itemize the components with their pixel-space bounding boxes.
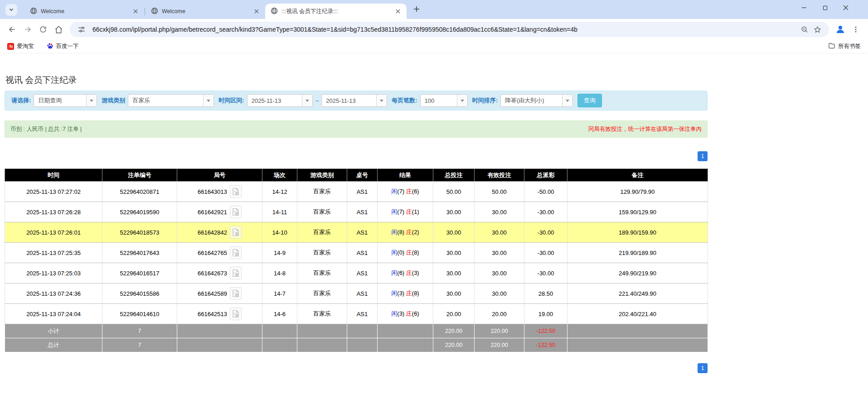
cell-round-id: 661643013 [198, 188, 227, 195]
game-type-dropdown[interactable]: 百家乐 [128, 94, 214, 107]
pagination-bottom: 1 [5, 363, 708, 373]
result-banker-label: 庄 [406, 188, 412, 195]
date-to-dropdown[interactable]: 2025-11-13 [321, 94, 387, 107]
tab-close-icon[interactable] [394, 7, 402, 15]
all-bookmarks-label: 所有书签 [838, 43, 861, 50]
page-1-button[interactable]: 1 [698, 151, 708, 161]
browser-tab-active[interactable]: :::视讯 会员下注纪录::: [265, 4, 407, 19]
cell-bet-id: 522964014610 [102, 304, 177, 324]
cell-payout: -30.00 [524, 243, 567, 263]
forward-icon[interactable] [20, 22, 35, 37]
browser-tab-1[interactable]: Welcome [24, 4, 144, 19]
table-row: 2025-11-13 07:25:03 522964016517 6616426… [5, 263, 708, 283]
cell-bet-id: 522964018573 [102, 222, 177, 243]
tab-close-icon[interactable] [131, 7, 140, 15]
home-icon[interactable] [51, 22, 66, 37]
cell-table: AS1 [347, 283, 378, 304]
result-banker-score: (2) [412, 229, 419, 235]
address-bar[interactable]: 66cxkj98.com/ipl/portal.php/game/betreco… [70, 22, 829, 37]
cell-game: 百家乐 [297, 304, 347, 324]
globe-favicon-icon [271, 7, 278, 16]
sort-label: 时间排序: [472, 96, 498, 105]
cell-time: 2025-11-13 07:24:04 [5, 304, 102, 324]
video-replay-button[interactable] [230, 246, 242, 259]
cell-table: AS1 [347, 202, 378, 222]
window-controls [794, 1, 856, 14]
cell-total-bet: 30.00 [433, 243, 475, 263]
query-type-dropdown[interactable]: 日期查询 [34, 94, 97, 107]
site-info-icon[interactable] [75, 23, 88, 36]
result-banker-label: 庄 [406, 208, 412, 215]
zoom-indicator-icon[interactable] [798, 23, 811, 36]
date-from-dropdown[interactable]: 2025-11-13 [247, 94, 313, 107]
dropdown-arrow-icon [562, 95, 572, 106]
tab-title: :::视讯 会员下注纪录::: [281, 8, 390, 15]
page-1-button[interactable]: 1 [698, 363, 708, 373]
page-size-dropdown[interactable]: 100 [420, 94, 468, 107]
cell-bet-id: 522964015586 [102, 283, 177, 304]
column-header: 总投注 [433, 169, 475, 182]
cell-session: 14-10 [262, 222, 297, 243]
bookmark-baidu[interactable]: 百度一下 [47, 43, 79, 51]
chevron-down-icon [9, 6, 14, 14]
cell-time: 2025-11-13 07:24:36 [5, 283, 102, 304]
tab-search-button[interactable] [5, 4, 17, 16]
column-header: 游戏类别 [297, 169, 347, 182]
maximize-button[interactable] [815, 1, 835, 14]
cell-total-bet: 30.00 [433, 222, 475, 243]
subtotal-total-bet: 220.00 [433, 324, 475, 338]
cell-session: 14-9 [262, 243, 297, 263]
menu-dots-icon[interactable] [848, 22, 863, 37]
game-type-value: 百家乐 [128, 95, 203, 106]
video-replay-button[interactable] [230, 185, 242, 198]
cell-total-bet: 30.00 [433, 263, 475, 283]
column-header: 场次 [262, 169, 297, 182]
bookmarks-bar: 淘 爱淘宝 百度一下 所有书签 [0, 40, 868, 53]
video-replay-button[interactable] [230, 267, 242, 279]
bookmark-taobao[interactable]: 淘 爱淘宝 [7, 43, 34, 50]
close-window-button[interactable] [835, 1, 856, 14]
cell-total-bet: 20.00 [433, 304, 475, 324]
subtotal-valid-bet: 220.00 [475, 324, 524, 338]
cell-game: 百家乐 [297, 283, 347, 304]
filter-bar: 请选择: 日期查询 游戏类别 百家乐 时间区间: 2025-11-13 ~ 20… [5, 91, 708, 111]
video-replay-button[interactable] [230, 307, 242, 320]
column-header: 时间 [5, 169, 102, 182]
cell-remark: 249.90/219.90 [567, 263, 708, 283]
tab-divider [145, 8, 145, 15]
baidu-paw-icon [47, 43, 53, 51]
result-player-label: 闲 [391, 310, 397, 317]
all-bookmarks-button[interactable]: 所有书签 [828, 42, 861, 51]
result-player-label: 闲 [391, 208, 397, 215]
video-replay-button[interactable] [230, 206, 242, 218]
reload-icon[interactable] [35, 22, 51, 37]
result-banker-score: (8) [412, 249, 419, 256]
cell-payout: -30.00 [524, 263, 567, 283]
column-header: 备注 [567, 169, 708, 182]
table-row: 2025-11-13 07:26:28 522964019590 6616429… [5, 202, 708, 222]
tab-close-icon[interactable] [252, 7, 261, 15]
browser-toolbar: 66cxkj98.com/ipl/portal.php/game/betreco… [0, 19, 868, 40]
bookmark-star-icon[interactable] [811, 23, 824, 36]
cell-round-id: 661642673 [198, 270, 227, 277]
video-replay-button[interactable] [230, 287, 242, 300]
video-replay-button[interactable] [230, 226, 242, 239]
sort-dropdown[interactable]: 降幂(由大到小) [500, 94, 573, 107]
cell-valid-bet: 20.00 [475, 304, 524, 324]
minimize-button[interactable] [794, 1, 815, 14]
dropdown-arrow-icon [376, 95, 387, 106]
cell-game: 百家乐 [297, 243, 347, 263]
cell-payout: 28.50 [524, 283, 567, 304]
bet-records-table: 时间注单编号局号场次游戏类别桌号结果总投注有效投注总派彩备注 2025-11-1… [5, 168, 708, 352]
back-icon[interactable] [5, 22, 20, 37]
cell-time: 2025-11-13 07:26:28 [5, 202, 102, 222]
new-tab-button[interactable] [410, 4, 423, 16]
table-row: 2025-11-13 07:25:35 522964017643 6616427… [5, 243, 708, 263]
search-button[interactable]: 查询 [577, 94, 602, 107]
globe-favicon-icon [151, 7, 158, 16]
browser-tab-2[interactable]: Welcome [145, 4, 265, 19]
cell-payout: 19.00 [524, 304, 567, 324]
total-valid-bet: 220.00 [475, 338, 524, 352]
dropdown-arrow-icon [302, 95, 312, 106]
profile-avatar-icon[interactable] [833, 22, 848, 37]
